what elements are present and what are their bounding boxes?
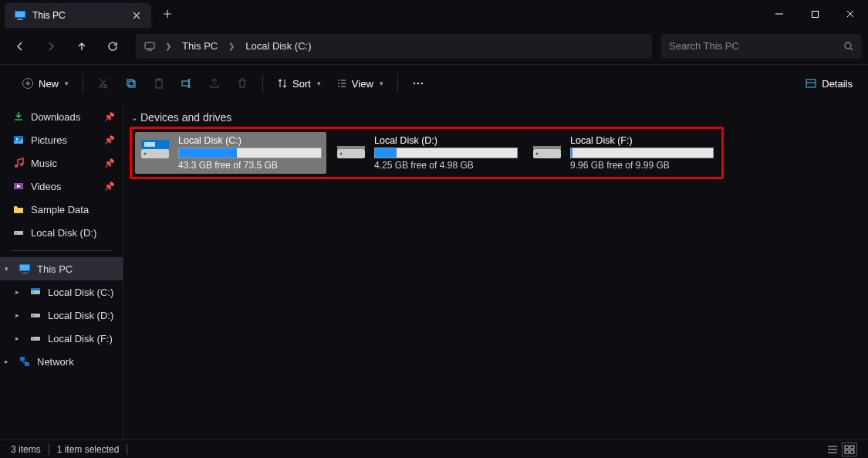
close-button[interactable] <box>833 0 868 28</box>
sidebar-item-videos[interactable]: Videos📌 <box>0 175 123 198</box>
drive-local-disk-f[interactable]: Local Disk (F:) 9.96 GB free of 9.99 GB <box>527 132 718 174</box>
body: Downloads📌 Pictures📌 Music📌 Videos📌 Samp… <box>0 102 868 439</box>
view-button[interactable]: View ▾ <box>330 71 390 96</box>
refresh-button[interactable] <box>99 32 127 60</box>
sidebar-item-network[interactable]: ▸Network <box>0 350 123 373</box>
svg-point-8 <box>100 85 103 88</box>
breadcrumb[interactable]: ❯ This PC ❯ Local Disk (C:) <box>136 34 652 59</box>
drive-name: Local Disk (F:) <box>570 135 714 146</box>
drive-icon <box>336 135 366 166</box>
drive-free-text: 43.3 GB free of 73.5 GB <box>178 160 322 171</box>
chevron-down-icon[interactable]: ▾ <box>5 265 12 273</box>
nav-bar: ❯ This PC ❯ Local Disk (C:) <box>0 28 868 65</box>
cut-button[interactable] <box>91 71 116 96</box>
sidebar-item-downloads[interactable]: Downloads📌 <box>0 105 123 128</box>
chevron-right-icon[interactable]: ▸ <box>5 358 12 365</box>
svg-rect-34 <box>31 337 40 341</box>
drive-icon <box>140 135 171 166</box>
drive-icon <box>29 309 42 321</box>
drive-local-disk-d[interactable]: Local Disk (D:) 4.25 GB free of 4.98 GB <box>331 132 522 174</box>
maximize-button[interactable] <box>797 0 833 28</box>
details-button[interactable]: Details <box>805 77 853 90</box>
drive-fill <box>179 148 237 158</box>
back-button[interactable] <box>6 32 34 60</box>
svg-rect-12 <box>156 80 162 88</box>
svg-rect-43 <box>337 146 365 149</box>
svg-rect-32 <box>31 314 40 317</box>
paste-button[interactable] <box>147 71 171 96</box>
minimize-button[interactable] <box>762 0 797 28</box>
drive-icon <box>29 286 42 298</box>
svg-point-20 <box>16 138 19 141</box>
svg-rect-27 <box>20 265 29 270</box>
search-box[interactable] <box>661 34 862 59</box>
new-button[interactable]: New ▾ <box>15 71 75 96</box>
sidebar-label: Local Disk (D:) <box>31 227 96 239</box>
svg-rect-2 <box>18 19 22 19</box>
sidebar-item-sample-data[interactable]: Sample Data <box>0 198 123 221</box>
group-devices-and-drives[interactable]: ⌄ Devices and drives <box>130 108 862 127</box>
pictures-icon <box>12 134 25 146</box>
view-mode-switcher <box>825 443 857 456</box>
sidebar-label: Sample Data <box>31 204 89 215</box>
chevron-right-icon[interactable]: ▸ <box>15 334 23 342</box>
sidebar: Downloads📌 Pictures📌 Music📌 Videos📌 Samp… <box>0 102 123 439</box>
svg-rect-48 <box>845 446 849 449</box>
sidebar-item-local-disk-d[interactable]: ▸Local Disk (D:) <box>0 304 123 327</box>
tab-title: This PC <box>32 10 125 21</box>
drive-icon <box>29 332 42 344</box>
separator <box>49 444 49 455</box>
copy-button[interactable] <box>119 71 144 96</box>
svg-point-47 <box>536 153 539 155</box>
search-icon[interactable] <box>843 41 854 52</box>
tab-this-pc[interactable]: This PC <box>5 3 151 28</box>
svg-rect-28 <box>22 273 28 273</box>
svg-rect-4 <box>812 11 818 17</box>
folder-icon <box>12 203 25 215</box>
drive-icon <box>532 135 562 166</box>
pin-icon: 📌 <box>104 158 115 168</box>
sidebar-item-local-disk-f[interactable]: ▸Local Disk (F:) <box>0 327 123 350</box>
new-tab-button[interactable] <box>156 2 179 25</box>
svg-point-44 <box>340 153 343 155</box>
chevron-right-icon[interactable]: ▸ <box>15 288 23 296</box>
forward-button[interactable] <box>37 32 65 60</box>
up-button[interactable] <box>68 32 96 60</box>
chevron-right-icon[interactable]: ▸ <box>15 311 23 319</box>
separator <box>262 74 263 93</box>
toolbar: New ▾ Sort ▾ View ▾ Details <box>0 65 868 102</box>
title-bar: This PC <box>0 0 868 28</box>
sidebar-label: Pictures <box>31 134 67 146</box>
chevron-down-icon: ▾ <box>65 80 69 87</box>
share-button[interactable] <box>202 71 227 96</box>
svg-rect-18 <box>806 80 816 87</box>
sort-button[interactable]: Sort ▾ <box>271 71 327 96</box>
breadcrumb-this-pc[interactable]: This PC <box>179 39 221 53</box>
drive-info: Local Disk (D:) 4.25 GB free of 4.98 GB <box>374 135 518 171</box>
drive-local-disk-c[interactable]: Local Disk (C:) 43.3 GB free of 73.5 GB <box>135 132 326 174</box>
more-button[interactable] <box>406 71 431 96</box>
sidebar-item-music[interactable]: Music📌 <box>0 151 123 175</box>
sidebar-item-pictures[interactable]: Pictures📌 <box>0 128 123 151</box>
sidebar-label: Local Disk (F:) <box>48 333 113 344</box>
view-mode-tiles-button[interactable] <box>842 443 857 456</box>
rename-button[interactable] <box>174 71 199 96</box>
tab-close-icon[interactable] <box>131 10 142 21</box>
search-input[interactable] <box>669 40 843 52</box>
sidebar-item-local-disk-d-quick[interactable]: Local Disk (D:) <box>0 221 123 244</box>
sidebar-item-this-pc[interactable]: ▾This PC <box>0 257 123 280</box>
separator <box>127 444 127 455</box>
drive-name: Local Disk (C:) <box>178 135 322 146</box>
chevron-right-icon[interactable]: ❯ <box>160 42 176 50</box>
delete-button[interactable] <box>230 71 255 96</box>
svg-point-41 <box>144 153 147 155</box>
drive-fill <box>375 148 397 158</box>
sidebar-item-local-disk-c[interactable]: ▸Local Disk (C:) <box>0 280 123 304</box>
chevron-right-icon[interactable]: ❯ <box>224 42 239 50</box>
breadcrumb-local-disk-c[interactable]: Local Disk (C:) <box>242 39 314 53</box>
network-icon <box>19 355 31 368</box>
drive-name: Local Disk (D:) <box>374 135 518 146</box>
drive-capacity-bar <box>374 148 518 158</box>
view-mode-details-button[interactable] <box>825 443 840 456</box>
svg-point-9 <box>104 85 107 88</box>
